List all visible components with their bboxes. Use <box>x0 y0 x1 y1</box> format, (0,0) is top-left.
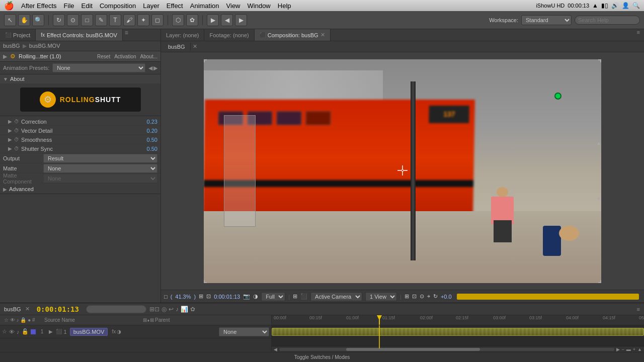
matte-select[interactable]: None <box>43 164 157 173</box>
track-vis-icon[interactable]: 👁 <box>9 329 15 335</box>
about-header[interactable]: ▼ About <box>0 74 160 83</box>
panel-menu-icon[interactable]: ≡ <box>633 29 644 41</box>
track-lock-icon[interactable]: 🔓 <box>22 328 29 335</box>
correction-expand-icon[interactable]: ▶ <box>8 119 12 124</box>
camera-view-select[interactable]: Active Camera <box>310 292 362 301</box>
vector-detail-stopwatch-icon[interactable]: ⏱ <box>14 128 19 133</box>
reset-btn[interactable]: Reset <box>97 54 110 59</box>
shutter-sync-value[interactable]: 0.50 <box>147 146 157 152</box>
comp-timecode[interactable]: 0:00:01:13 <box>214 294 240 300</box>
menu-view[interactable]: View <box>226 2 240 10</box>
brush-tool-btn[interactable]: 🖌 <box>123 14 135 26</box>
smoothness-stopwatch-icon[interactable]: ⏱ <box>14 137 19 142</box>
track-parent-select[interactable]: None <box>219 327 269 336</box>
vector-detail-expand-icon[interactable]: ▶ <box>8 128 12 133</box>
breadcrumb-layer[interactable]: busBG.MOV <box>29 43 60 49</box>
tl-audio-icon[interactable]: ♪ <box>176 306 179 313</box>
breadcrumb-comp[interactable]: busBG <box>3 43 20 49</box>
search-help-input[interactable] <box>575 16 640 25</box>
vector-detail-value[interactable]: 0.20 <box>147 128 157 134</box>
smoothness-value[interactable]: 0.50 <box>147 137 157 143</box>
shutter-sync-stopwatch-icon[interactable]: ⏱ <box>14 146 19 151</box>
shutter-sync-expand-icon[interactable]: ▶ <box>8 146 12 151</box>
correction-value[interactable]: 0.23 <box>147 119 157 125</box>
tab-project[interactable]: ⬛ Project <box>0 29 36 41</box>
puppet-tool-btn[interactable]: ✿ <box>186 14 198 26</box>
tab-comp-busbg[interactable]: ⬛ Composition: busBG ✕ <box>255 29 331 41</box>
rect-tool-btn[interactable]: □ <box>81 14 93 26</box>
playhead[interactable] <box>379 315 380 325</box>
toggle-switches-btn[interactable]: Toggle Switches / Modes <box>294 354 350 360</box>
tl-chart-icon[interactable]: 📊 <box>181 306 188 313</box>
presets-select[interactable]: None <box>52 63 145 72</box>
apple-menu-icon[interactable]: 🍎 <box>4 1 14 11</box>
scroll-up-icon[interactable]: ▲ <box>596 140 601 146</box>
track-fx-icon[interactable]: fx <box>112 329 116 334</box>
menu-effect[interactable]: Effect <box>167 2 183 10</box>
smoothness-expand-icon[interactable]: ▶ <box>8 137 12 142</box>
panel-options-btn[interactable]: ≡ <box>125 29 128 41</box>
correction-stopwatch-icon[interactable]: ⏱ <box>14 119 19 124</box>
hand-tool-btn[interactable]: ✋ <box>18 14 30 26</box>
timeline-right[interactable]: 00:00f 00:15f 01:00f 01:15f 02:00f 02:15… <box>272 315 644 352</box>
arrow-tool-btn[interactable]: ↖ <box>4 14 16 26</box>
play-btn[interactable]: ▶ <box>207 14 219 26</box>
timeline-timecode[interactable]: 0:00:01:13 <box>37 305 79 313</box>
view-count-select[interactable]: 1 View <box>365 292 397 301</box>
timeline-zoom-in-icon[interactable]: + <box>633 347 635 352</box>
prev-frame-btn[interactable]: ◀ <box>221 14 233 26</box>
advanced-row[interactable]: ▶ Advanced <box>0 185 160 194</box>
tab-layer-none[interactable]: Layer: (none) <box>161 29 204 41</box>
timeline-scrollbar-track[interactable] <box>279 348 614 351</box>
zoom-value[interactable]: ( <box>171 294 173 300</box>
track-motion-blur-icon[interactable]: ◑ <box>117 329 121 334</box>
camera-orbit-btn[interactable]: ⊙ <box>67 14 79 26</box>
comp-exposure-bar[interactable] <box>457 294 639 300</box>
comp-scroll-arrows[interactable]: ▲ ▼ <box>596 140 601 202</box>
menu-edit[interactable]: Edit <box>82 2 93 10</box>
next-frame-btn[interactable]: ▶ <box>235 14 247 26</box>
comp-channel-value[interactable]: +0.0 <box>441 294 452 300</box>
timeline-panel-menu-icon[interactable]: ≡ <box>637 306 640 312</box>
menu-file[interactable]: File <box>64 2 74 10</box>
menu-animation[interactable]: Animation <box>190 2 219 10</box>
tl-comp-options-icon[interactable]: ⊞⊡ <box>149 306 159 313</box>
timeline-zoom-out-icon[interactable]: − <box>622 347 624 352</box>
scroll-down-icon[interactable]: ▼ <box>596 196 601 202</box>
rotate-tool-btn[interactable]: ↻ <box>53 14 65 26</box>
eraser-tool-btn[interactable]: ◻ <box>151 14 164 26</box>
timeline-scroll-left-icon[interactable]: ◀ <box>274 347 277 352</box>
effect-expand-btn[interactable]: ▶ <box>3 53 7 60</box>
menu-help[interactable]: Help <box>278 2 291 10</box>
clone-tool-btn[interactable]: ✦ <box>137 14 149 26</box>
comp-name-close-icon[interactable]: ✕ <box>193 43 197 50</box>
timeline-scroll-right-icon[interactable]: ▶ <box>616 347 620 352</box>
tl-ik-icon[interactable]: ✿ <box>190 306 195 313</box>
track-color-swatch[interactable] <box>31 329 36 334</box>
menu-composition[interactable]: Composition <box>100 2 136 10</box>
preset-next-btn[interactable]: ▶ <box>153 65 157 71</box>
timeline-chevron-up-icon[interactable]: ▲ <box>637 347 642 352</box>
comp-canvas-area[interactable]: 137 <box>161 52 644 290</box>
timeline-search-input[interactable] <box>86 305 146 313</box>
tab-footage-none[interactable]: Footage: (none) <box>204 29 254 41</box>
comp-tab-close-icon[interactable]: ✕ <box>320 32 325 38</box>
spotlight-icon[interactable]: 🔍 <box>632 2 640 9</box>
zoom-tool-btn[interactable]: 🔍 <box>32 14 44 26</box>
track-clip-bar[interactable] <box>272 328 644 336</box>
comp-name-tab[interactable]: busBG <box>163 43 191 51</box>
tl-loop-icon[interactable]: ↩ <box>169 306 174 313</box>
zoom-percent[interactable]: 41.3% <box>175 294 191 300</box>
preset-prev-btn[interactable]: ◀ <box>148 65 152 71</box>
track-expand-icon[interactable]: ▶ <box>49 329 53 334</box>
timeline-close-icon[interactable]: ✕ <box>25 306 30 312</box>
app-name-menu[interactable]: After Effects <box>21 2 57 10</box>
timeline-scrollbar-thumb[interactable] <box>346 348 480 351</box>
menu-layer[interactable]: Layer <box>143 2 159 10</box>
track-source-name[interactable]: busBG.MOV <box>70 328 108 336</box>
tl-draft-icon[interactable]: ◎ <box>162 306 167 313</box>
track-shy-icon[interactable]: ☆ <box>2 328 7 335</box>
pen-tool-btn[interactable]: ✎ <box>95 14 107 26</box>
text-tool-btn[interactable]: T <box>109 14 121 26</box>
activation-btn[interactable]: Activation <box>114 54 136 59</box>
